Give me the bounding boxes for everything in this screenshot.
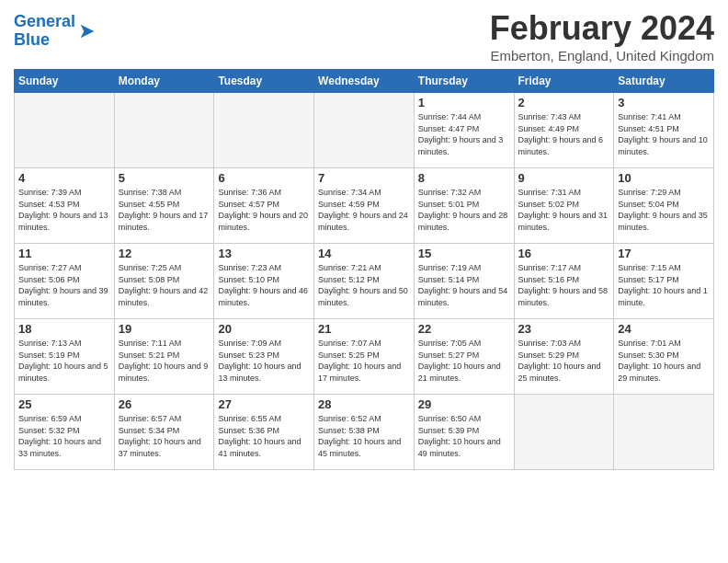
weekday-header: Thursday — [414, 70, 514, 93]
logo-arrow-icon — [77, 21, 97, 41]
svg-marker-0 — [81, 24, 95, 38]
calendar-cell: 1Sunrise: 7:44 AMSunset: 4:47 PMDaylight… — [414, 93, 514, 168]
calendar-cell: 14Sunrise: 7:21 AMSunset: 5:12 PMDayligh… — [314, 244, 415, 319]
calendar-cell: 18Sunrise: 7:13 AMSunset: 5:19 PMDayligh… — [15, 319, 115, 395]
day-info: Sunrise: 7:23 AMSunset: 5:10 PMDaylight:… — [218, 262, 310, 308]
calendar-cell: 28Sunrise: 6:52 AMSunset: 5:38 PMDayligh… — [314, 395, 415, 470]
calendar-cell: 3Sunrise: 7:41 AMSunset: 4:51 PMDaylight… — [614, 93, 714, 168]
day-number: 4 — [18, 171, 110, 185]
day-number: 13 — [218, 247, 310, 260]
day-number: 22 — [418, 322, 510, 336]
day-info: Sunrise: 7:07 AMSunset: 5:25 PMDaylight:… — [318, 338, 410, 384]
day-number: 8 — [418, 171, 510, 185]
day-number: 19 — [119, 322, 210, 336]
logo-text: General — [14, 13, 75, 31]
calendar-cell — [614, 395, 714, 470]
calendar-week-row: 1Sunrise: 7:44 AMSunset: 4:47 PMDaylight… — [15, 93, 714, 168]
day-number: 24 — [618, 322, 710, 336]
day-number: 25 — [18, 397, 110, 411]
day-info: Sunrise: 7:21 AMSunset: 5:12 PMDaylight:… — [318, 262, 410, 308]
calendar-cell: 10Sunrise: 7:29 AMSunset: 5:04 PMDayligh… — [614, 168, 714, 244]
day-number: 26 — [119, 397, 210, 411]
day-info: Sunrise: 7:09 AMSunset: 5:23 PMDaylight:… — [218, 338, 310, 384]
calendar-cell — [314, 93, 415, 168]
day-info: Sunrise: 7:27 AMSunset: 5:06 PMDaylight:… — [18, 262, 110, 308]
day-info: Sunrise: 7:41 AMSunset: 4:51 PMDaylight:… — [618, 111, 710, 157]
day-info: Sunrise: 7:25 AMSunset: 5:08 PMDaylight:… — [119, 262, 210, 308]
calendar-week-row: 25Sunrise: 6:59 AMSunset: 5:32 PMDayligh… — [15, 395, 714, 470]
day-number: 9 — [518, 171, 610, 185]
day-info: Sunrise: 7:36 AMSunset: 4:57 PMDaylight:… — [218, 187, 310, 233]
day-number: 1 — [418, 96, 510, 109]
day-number: 28 — [318, 397, 410, 411]
day-info: Sunrise: 7:38 AMSunset: 4:55 PMDaylight:… — [119, 187, 210, 233]
weekday-header: Friday — [514, 70, 614, 93]
day-info: Sunrise: 7:19 AMSunset: 5:14 PMDaylight:… — [418, 262, 510, 308]
day-info: Sunrise: 7:05 AMSunset: 5:27 PMDaylight:… — [418, 338, 510, 384]
weekday-header: Tuesday — [214, 70, 314, 93]
calendar-cell: 26Sunrise: 6:57 AMSunset: 5:34 PMDayligh… — [114, 395, 214, 470]
day-info: Sunrise: 7:31 AMSunset: 5:02 PMDaylight:… — [518, 187, 610, 233]
calendar-cell: 17Sunrise: 7:15 AMSunset: 5:17 PMDayligh… — [614, 244, 714, 319]
calendar-cell: 15Sunrise: 7:19 AMSunset: 5:14 PMDayligh… — [414, 244, 514, 319]
day-number: 21 — [318, 322, 410, 336]
day-info: Sunrise: 7:11 AMSunset: 5:21 PMDaylight:… — [119, 338, 210, 384]
day-number: 20 — [218, 322, 310, 336]
calendar-cell — [514, 395, 614, 470]
location-text: Emberton, England, United Kingdom — [490, 48, 714, 63]
calendar-week-row: 4Sunrise: 7:39 AMSunset: 4:53 PMDaylight… — [15, 168, 714, 244]
weekday-header: Sunday — [15, 70, 115, 93]
calendar-cell: 21Sunrise: 7:07 AMSunset: 5:25 PMDayligh… — [314, 319, 415, 395]
day-number: 27 — [218, 397, 310, 411]
day-info: Sunrise: 7:44 AMSunset: 4:47 PMDaylight:… — [418, 111, 510, 157]
day-number: 18 — [18, 322, 110, 336]
calendar-cell: 8Sunrise: 7:32 AMSunset: 5:01 PMDaylight… — [414, 168, 514, 244]
day-info: Sunrise: 7:43 AMSunset: 4:49 PMDaylight:… — [518, 111, 610, 157]
calendar-cell: 2Sunrise: 7:43 AMSunset: 4:49 PMDaylight… — [514, 93, 614, 168]
calendar-cell — [15, 93, 115, 168]
day-info: Sunrise: 7:39 AMSunset: 4:53 PMDaylight:… — [18, 187, 110, 233]
calendar-cell: 13Sunrise: 7:23 AMSunset: 5:10 PMDayligh… — [214, 244, 314, 319]
day-number: 23 — [518, 322, 610, 336]
day-number: 7 — [318, 171, 410, 185]
calendar-week-row: 18Sunrise: 7:13 AMSunset: 5:19 PMDayligh… — [15, 319, 714, 395]
day-info: Sunrise: 7:01 AMSunset: 5:30 PMDaylight:… — [618, 338, 710, 384]
day-number: 15 — [418, 247, 510, 260]
day-number: 5 — [119, 171, 210, 185]
calendar-cell: 25Sunrise: 6:59 AMSunset: 5:32 PMDayligh… — [15, 395, 115, 470]
calendar-cell: 5Sunrise: 7:38 AMSunset: 4:55 PMDaylight… — [114, 168, 214, 244]
calendar-cell: 27Sunrise: 6:55 AMSunset: 5:36 PMDayligh… — [214, 395, 314, 470]
day-info: Sunrise: 7:32 AMSunset: 5:01 PMDaylight:… — [418, 187, 510, 233]
day-number: 10 — [618, 171, 710, 185]
day-number: 3 — [618, 96, 710, 109]
day-info: Sunrise: 7:29 AMSunset: 5:04 PMDaylight:… — [618, 187, 710, 233]
day-number: 6 — [218, 171, 310, 185]
calendar-cell: 20Sunrise: 7:09 AMSunset: 5:23 PMDayligh… — [214, 319, 314, 395]
calendar-cell: 24Sunrise: 7:01 AMSunset: 5:30 PMDayligh… — [614, 319, 714, 395]
day-info: Sunrise: 7:34 AMSunset: 4:59 PMDaylight:… — [318, 187, 410, 233]
calendar-cell: 29Sunrise: 6:50 AMSunset: 5:39 PMDayligh… — [414, 395, 514, 470]
logo-text2: Blue — [14, 31, 75, 50]
calendar-cell: 6Sunrise: 7:36 AMSunset: 4:57 PMDaylight… — [214, 168, 314, 244]
weekday-header: Monday — [114, 70, 214, 93]
day-info: Sunrise: 7:15 AMSunset: 5:17 PMDaylight:… — [618, 262, 710, 308]
weekday-header: Wednesday — [314, 70, 415, 93]
day-number: 14 — [318, 247, 410, 260]
day-info: Sunrise: 6:52 AMSunset: 5:38 PMDaylight:… — [318, 413, 410, 459]
calendar-cell: 12Sunrise: 7:25 AMSunset: 5:08 PMDayligh… — [114, 244, 214, 319]
day-number: 11 — [18, 247, 110, 260]
day-number: 29 — [418, 397, 510, 411]
calendar-cell: 11Sunrise: 7:27 AMSunset: 5:06 PMDayligh… — [15, 244, 115, 319]
day-info: Sunrise: 7:17 AMSunset: 5:16 PMDaylight:… — [518, 262, 610, 308]
calendar-table: SundayMondayTuesdayWednesdayThursdayFrid… — [14, 69, 714, 470]
day-info: Sunrise: 6:55 AMSunset: 5:36 PMDaylight:… — [218, 413, 310, 459]
weekday-header: Saturday — [614, 70, 714, 93]
title-block: February 2024 Emberton, England, United … — [490, 9, 714, 63]
calendar-cell: 19Sunrise: 7:11 AMSunset: 5:21 PMDayligh… — [114, 319, 214, 395]
calendar-header-row: SundayMondayTuesdayWednesdayThursdayFrid… — [15, 70, 714, 93]
calendar-cell: 4Sunrise: 7:39 AMSunset: 4:53 PMDaylight… — [15, 168, 115, 244]
calendar-cell: 23Sunrise: 7:03 AMSunset: 5:29 PMDayligh… — [514, 319, 614, 395]
day-info: Sunrise: 7:03 AMSunset: 5:29 PMDaylight:… — [518, 338, 610, 384]
calendar-cell — [214, 93, 314, 168]
day-info: Sunrise: 6:57 AMSunset: 5:34 PMDaylight:… — [119, 413, 210, 459]
